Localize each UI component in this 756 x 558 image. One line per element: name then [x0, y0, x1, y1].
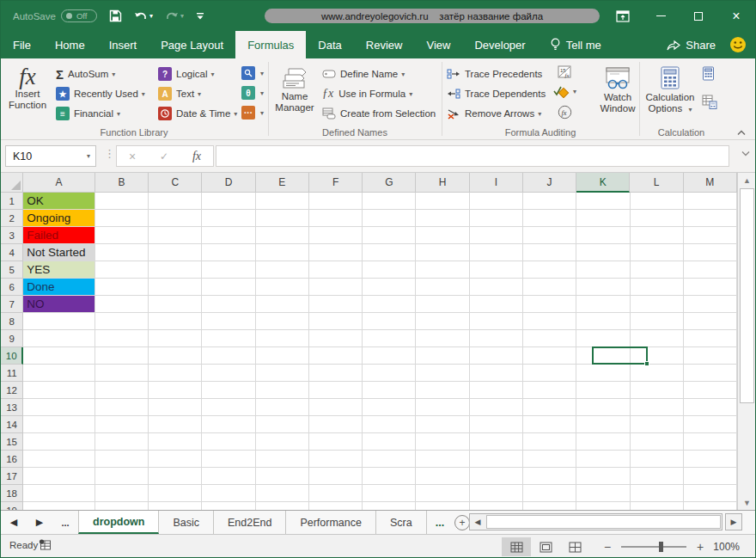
cell-M9[interactable]	[684, 330, 737, 347]
cell-L16[interactable]	[631, 451, 684, 468]
calculate-now-button[interactable]	[702, 66, 715, 81]
cell-D13[interactable]	[202, 399, 255, 416]
autosum-dropdown-icon[interactable]: ▾	[112, 71, 115, 78]
cell-M5[interactable]	[684, 261, 737, 279]
cell-M3[interactable]	[684, 227, 737, 244]
cell-B1[interactable]	[95, 193, 149, 210]
cell-M14[interactable]	[684, 416, 737, 433]
cell-B11[interactable]	[95, 365, 149, 382]
use-in-formula-button[interactable]: ƒx Use in Formula▾	[322, 84, 412, 103]
cell-E18[interactable]	[256, 485, 309, 502]
column-header-F[interactable]: F	[309, 173, 363, 193]
cell-G9[interactable]	[363, 330, 416, 347]
financial-button[interactable]: ≡ Financial▾	[56, 104, 120, 123]
cell-E6[interactable]	[256, 279, 309, 296]
cell-B16[interactable]	[95, 451, 149, 468]
column-header-C[interactable]: C	[149, 173, 202, 193]
cell-C17[interactable]	[149, 468, 202, 485]
remove-arrows-dropdown-icon[interactable]: ▾	[538, 110, 541, 118]
cell-H6[interactable]	[416, 279, 469, 296]
tab-insert[interactable]: Insert	[97, 31, 149, 58]
insert-function-button[interactable]: fx Insert Function	[4, 61, 51, 135]
cell-B4[interactable]	[95, 244, 149, 261]
trace-dependents-button[interactable]: Trace Dependents	[447, 84, 546, 103]
column-header-A[interactable]: A	[23, 173, 95, 193]
zoom-level[interactable]: 100%	[713, 541, 740, 553]
cell-I16[interactable]	[470, 451, 523, 468]
cell-A14[interactable]	[23, 416, 95, 433]
more-functions-button[interactable]: ···▾	[241, 106, 264, 120]
cell-G3[interactable]	[363, 227, 416, 244]
page-break-view-button[interactable]	[560, 537, 589, 556]
cell-A1[interactable]: OK	[23, 193, 95, 210]
cell-G13[interactable]	[363, 399, 416, 416]
cell-K17[interactable]	[576, 468, 630, 485]
vertical-scrollbar-thumb[interactable]	[740, 188, 754, 403]
cell-A10[interactable]	[23, 347, 95, 365]
row-header-7[interactable]: 7	[1, 296, 23, 313]
cell-H13[interactable]	[416, 399, 469, 416]
cell-M12[interactable]	[684, 382, 737, 399]
cell-D8[interactable]	[202, 313, 255, 330]
cell-K7[interactable]	[576, 296, 630, 313]
cell-M15[interactable]	[684, 433, 737, 451]
cell-C15[interactable]	[149, 433, 202, 451]
cell-J17[interactable]	[523, 468, 576, 485]
cell-F17[interactable]	[309, 468, 363, 485]
cell-B9[interactable]	[95, 330, 149, 347]
cell-D4[interactable]	[202, 244, 255, 261]
cell-B13[interactable]	[95, 399, 149, 416]
cell-I5[interactable]	[470, 261, 523, 279]
cell-G17[interactable]	[363, 468, 416, 485]
scroll-left-icon[interactable]: ◀	[470, 514, 485, 530]
financial-dropdown-icon[interactable]: ▾	[117, 110, 120, 118]
cell-L5[interactable]	[631, 261, 684, 279]
cell-H9[interactable]	[416, 330, 469, 347]
column-header-I[interactable]: I	[470, 173, 523, 193]
cell-B14[interactable]	[95, 416, 149, 433]
cell-C16[interactable]	[149, 451, 202, 468]
tab-home[interactable]: Home	[43, 31, 97, 58]
cell-C1[interactable]	[149, 193, 202, 210]
calculation-options-dropdown-icon[interactable]: ▾	[688, 106, 692, 113]
cell-E12[interactable]	[256, 382, 309, 399]
cell-I7[interactable]	[470, 296, 523, 313]
cell-B7[interactable]	[95, 296, 149, 313]
cell-J16[interactable]	[523, 451, 576, 468]
calculate-sheet-button[interactable]	[702, 95, 717, 109]
cell-L19[interactable]	[631, 502, 684, 510]
row-header-12[interactable]: 12	[1, 382, 23, 399]
save-button[interactable]	[109, 9, 122, 22]
logical-dropdown-icon[interactable]: ▾	[210, 71, 214, 78]
cell-D1[interactable]	[202, 193, 255, 210]
cell-D9[interactable]	[202, 330, 255, 347]
close-button[interactable]: ×	[717, 1, 755, 31]
recently-used-button[interactable]: ★ Recently Used▾	[56, 84, 145, 103]
autosave-switch-icon[interactable]: Off	[61, 9, 97, 22]
cell-K15[interactable]	[576, 433, 630, 451]
cell-F13[interactable]	[309, 399, 363, 416]
cell-C8[interactable]	[149, 313, 202, 330]
cell-E15[interactable]	[256, 433, 309, 451]
cell-J4[interactable]	[523, 244, 576, 261]
cell-H3[interactable]	[416, 227, 469, 244]
cell-F11[interactable]	[309, 365, 363, 382]
cell-G14[interactable]	[363, 416, 416, 433]
redo-button[interactable]: ▾	[165, 10, 184, 21]
cell-L15[interactable]	[631, 433, 684, 451]
cell-H12[interactable]	[416, 382, 469, 399]
scroll-down-icon[interactable]: ▼	[738, 495, 756, 510]
cell-C3[interactable]	[149, 227, 202, 244]
redo-dropdown-icon[interactable]: ▾	[180, 12, 184, 20]
row-header-16[interactable]: 16	[1, 451, 23, 468]
row-header-18[interactable]: 18	[1, 485, 23, 502]
remove-arrows-button[interactable]: Remove Arrows▾	[447, 104, 541, 123]
customize-qat-button[interactable]	[196, 12, 204, 21]
cell-K11[interactable]	[576, 365, 630, 382]
enter-icon[interactable]: ✓	[160, 150, 168, 162]
lookup-reference-button[interactable]: ▾	[241, 66, 264, 80]
cell-G7[interactable]	[363, 296, 416, 313]
cell-J2[interactable]	[523, 210, 576, 227]
sheet-next-icon[interactable]: ▶	[27, 517, 52, 528]
select-all-corner[interactable]	[1, 173, 23, 193]
